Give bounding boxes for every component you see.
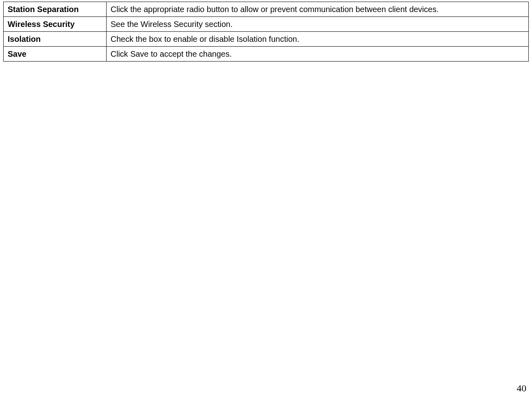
setting-label: Station Separation [4,2,107,17]
table-row: Isolation Check the box to enable or dis… [4,32,529,47]
setting-description: Click the appropriate radio button to al… [107,2,529,17]
setting-label: Save [4,47,107,62]
setting-label: Wireless Security [4,17,107,32]
table-row: Save Click Save to accept the changes. [4,47,529,62]
setting-description: Check the box to enable or disable Isola… [107,32,529,47]
setting-description: See the Wireless Security section. [107,17,529,32]
table-row: Station Separation Click the appropriate… [4,2,529,17]
table-row: Wireless Security See the Wireless Secur… [4,17,529,32]
settings-table: Station Separation Click the appropriate… [3,2,529,62]
setting-description: Click Save to accept the changes. [107,47,529,62]
setting-label: Isolation [4,32,107,47]
page-number: 40 [517,383,526,394]
